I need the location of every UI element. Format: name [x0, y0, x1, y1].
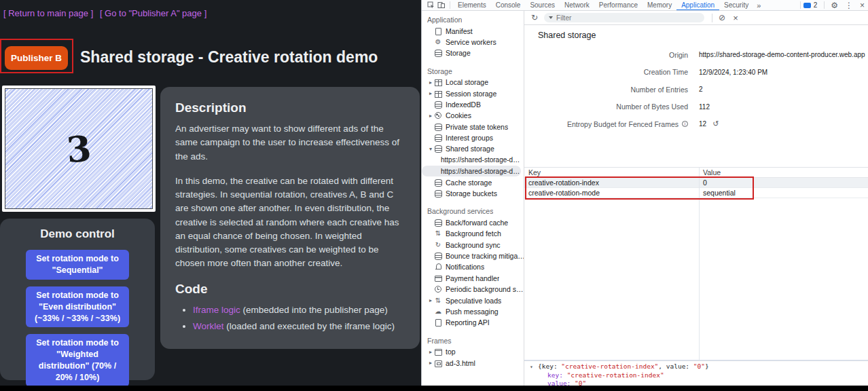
expander-icon[interactable]: [427, 113, 434, 119]
expander-icon[interactable]: [427, 360, 434, 366]
database-icon: [434, 134, 442, 142]
grid-row-creative-rotation-index[interactable]: creative-rotation-index 0: [524, 178, 868, 188]
expanded-triangle-icon[interactable]: ▾: [530, 363, 538, 371]
code-list-item: Iframe logic (embedded into the publishe…: [193, 303, 405, 317]
sidebar-item-background-sync[interactable]: ↻Background sync: [422, 239, 524, 250]
more-tabs-icon[interactable]: »: [753, 1, 764, 10]
info-icon[interactable]: i: [682, 121, 688, 127]
set-weighted-distribution-button[interactable]: Set rotation mode to "Weighted distribut…: [26, 334, 129, 386]
close-devtools-icon[interactable]: ×: [856, 1, 868, 10]
field-row-bytes-used: Number of Bytes Used 112: [524, 98, 868, 116]
page-title: Shared storage - Creative rotation demo: [80, 48, 378, 67]
block-clear-icon[interactable]: ⊘: [719, 13, 725, 22]
expander-icon[interactable]: [427, 349, 434, 355]
sidebar-item-storage[interactable]: Storage: [422, 48, 524, 58]
tab-performance[interactable]: Performance: [594, 0, 643, 11]
tab-elements[interactable]: Elements: [453, 0, 491, 11]
code-heading: Code: [175, 282, 405, 297]
sidebar-item-shared-storage-origin-1[interactable]: https://shared-storage-d…: [422, 155, 524, 166]
sidebar-item-interest-groups[interactable]: Interest groups: [422, 132, 524, 143]
tab-sources[interactable]: Sources: [525, 0, 560, 11]
creative-number: 3: [65, 127, 92, 170]
code-item-text: (loaded and executed by the iframe logic…: [224, 321, 395, 331]
tab-security[interactable]: Security: [719, 0, 753, 11]
grid-row-creative-rotation-mode[interactable]: creative-rotation-mode sequential: [524, 188, 868, 198]
expander-icon[interactable]: [427, 297, 434, 303]
sidebar-item-payment-handler[interactable]: Payment handler: [422, 273, 524, 284]
sidebar-item-shared-storage-origin-2-selected[interactable]: https://shared-storage-d…: [422, 166, 521, 176]
top-nav-links: [ Return to main page ] [ Go to "Publish…: [3, 8, 211, 18]
tab-application[interactable]: Application: [676, 0, 719, 11]
sidebar-item-indexeddb[interactable]: IndexedDB: [422, 99, 524, 110]
sidebar-item-background-fetch[interactable]: ⇅Background fetch: [422, 228, 524, 239]
sidebar-section-frames: Frames: [422, 335, 524, 346]
iframe-logic-link[interactable]: Iframe logic: [193, 305, 240, 315]
service-workers-gear-icon: ⚙: [434, 38, 442, 46]
expander-icon[interactable]: [427, 146, 434, 152]
key-value-grid: Key Value creative-rotation-index 0 crea…: [524, 167, 868, 360]
sidebar-item-reporting-api[interactable]: Reporting API: [422, 317, 524, 328]
delete-all-icon[interactable]: ×: [733, 13, 738, 23]
iframe-icon: [434, 359, 442, 367]
device-toolbar-icon[interactable]: [436, 0, 447, 10]
clock-icon: [434, 285, 442, 293]
go-to-publisher-a-link[interactable]: [ Go to "Publisher A" page ]: [100, 8, 206, 18]
issues-icon[interactable]: [803, 3, 811, 8]
description-panel: Description An advertiser may want to sh…: [160, 87, 420, 349]
kebab-menu-icon[interactable]: ⋮: [842, 1, 856, 10]
set-sequential-button[interactable]: Set rotation mode to "Sequential": [26, 250, 129, 280]
sidebar-item-service-workers[interactable]: ⚙Service workers: [422, 37, 524, 48]
sidebar-item-shared-storage[interactable]: Shared storage: [422, 143, 524, 154]
sidebar-item-notifications[interactable]: Notifications: [422, 261, 524, 272]
sidebar-item-speculative-loads[interactable]: ⇅Speculative loads: [422, 295, 524, 305]
field-row-number-of-entries: Number of Entries 2: [524, 81, 868, 98]
database-icon: [434, 179, 442, 187]
sidebar-item-bounce-tracking-mitigations[interactable]: Bounce tracking mitiga…: [422, 250, 524, 261]
publisher-page: [ Return to main page ] [ Go to "Publish…: [0, 0, 421, 386]
reset-budget-icon[interactable]: ↺: [712, 119, 719, 128]
sidebar-item-frame-ad3[interactable]: ad-3.html: [422, 357, 524, 368]
return-to-main-page-link[interactable]: [ Return to main page ]: [3, 8, 93, 18]
cookie-icon: [434, 111, 442, 119]
tab-memory[interactable]: Memory: [643, 0, 676, 11]
expander-icon[interactable]: [427, 90, 434, 96]
set-even-distribution-button[interactable]: Set rotation mode to "Even distribution"…: [26, 286, 129, 328]
sidebar-item-periodic-background-sync[interactable]: Periodic background s…: [422, 284, 524, 295]
sidebar-item-cookies[interactable]: Cookies: [422, 110, 524, 121]
sidebar-item-back-forward-cache[interactable]: Back/forward cache: [422, 217, 524, 228]
database-icon: [434, 189, 442, 198]
payment-card-icon: [434, 274, 442, 282]
document-icon: [434, 27, 442, 35]
description-paragraph-2: In this demo, the creative can be rotate…: [175, 174, 405, 271]
sidebar-item-push-messaging[interactable]: ☁Push messaging: [422, 306, 524, 317]
field-row-origin: Origin https://shared-storage-demo-conte…: [524, 46, 868, 64]
filter-input[interactable]: [556, 14, 679, 22]
worklet-link[interactable]: Worklet: [193, 321, 224, 331]
sidebar-item-cache-storage[interactable]: Cache storage: [422, 176, 524, 187]
refresh-icon[interactable]: ↻: [531, 13, 538, 22]
inspect-element-icon[interactable]: [425, 0, 436, 10]
toolbar-divider: [800, 1, 801, 9]
sidebar-item-session-storage[interactable]: Session storage: [422, 88, 524, 98]
settings-gear-icon[interactable]: ⚙: [827, 1, 842, 10]
publisher-b-button[interactable]: Publisher B: [5, 46, 68, 70]
expander-icon[interactable]: [427, 79, 434, 86]
issues-count: 2: [814, 1, 818, 9]
database-icon: [434, 219, 442, 227]
entry-preview-pane: ▾{key: "creative-rotation-index", value:…: [524, 360, 868, 386]
description-heading: Description: [175, 100, 405, 115]
sidebar-section-storage: Storage: [422, 66, 524, 77]
demo-control-title: Demo control: [0, 227, 155, 241]
sidebar-item-local-storage[interactable]: Local storage: [422, 77, 524, 88]
toolbar-divider: [450, 1, 450, 9]
sidebar-item-manifest[interactable]: Manifest: [422, 25, 524, 36]
tab-console[interactable]: Console: [491, 0, 526, 11]
metadata-fields: Origin https://shared-storage-demo-conte…: [524, 46, 868, 133]
sidebar-item-private-state-tokens[interactable]: Private state tokens: [422, 122, 524, 132]
filter-pill: [544, 13, 704, 22]
sidebar-item-frame-top[interactable]: top: [422, 346, 524, 357]
tab-network[interactable]: Network: [560, 0, 594, 11]
sidebar-item-storage-buckets[interactable]: Storage buckets: [422, 188, 524, 199]
filter-funnel-icon: [549, 16, 553, 19]
code-item-text: (embedded into the publisher page): [240, 305, 388, 315]
